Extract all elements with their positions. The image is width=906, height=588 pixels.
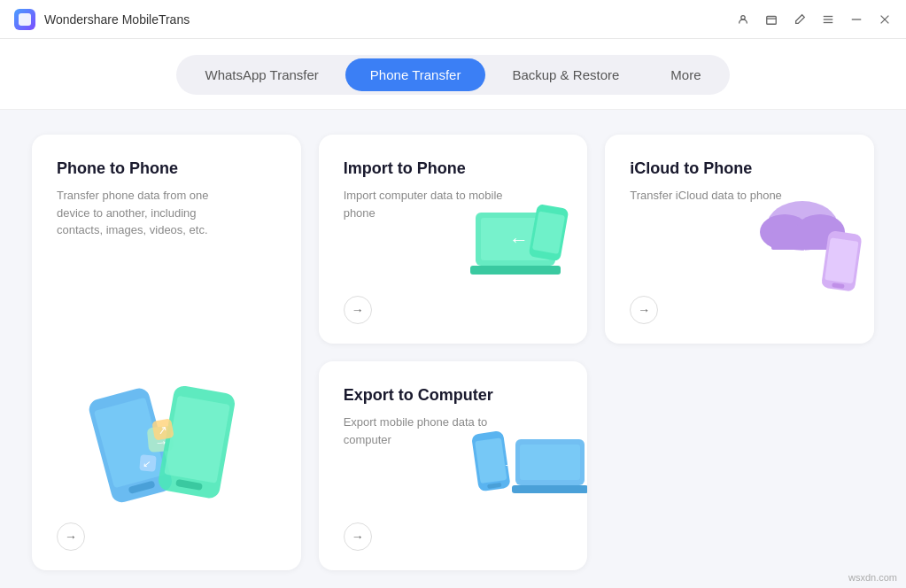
card-export-to-computer[interactable]: Export to Computer Export mobile phone d…	[319, 361, 588, 570]
svg-rect-23	[470, 266, 561, 275]
card-icloud-title: iCloud to Phone	[630, 159, 849, 178]
svg-rect-1	[767, 16, 777, 24]
title-bar: Wondershare MobileTrans	[0, 0, 906, 39]
menu-icon[interactable]	[821, 12, 835, 27]
app-title: Wondershare MobileTrans	[44, 12, 190, 27]
minimize-icon[interactable]	[849, 12, 863, 27]
account-icon[interactable]	[736, 12, 750, 27]
tab-backup[interactable]: Backup & Restore	[487, 58, 644, 91]
svg-rect-32	[825, 237, 858, 283]
card-export-arrow[interactable]: →	[344, 522, 372, 551]
watermark: wsxdn.com	[848, 572, 897, 583]
export-illustration: →	[467, 422, 573, 510]
tab-phone[interactable]: Phone Transfer	[345, 58, 486, 91]
title-bar-controls	[736, 12, 892, 27]
svg-rect-39	[520, 445, 580, 480]
close-icon[interactable]	[878, 12, 892, 27]
tab-whatsapp[interactable]: WhatsApp Transfer	[180, 58, 343, 91]
card-icloud-arrow[interactable]: →	[630, 296, 658, 324]
nav-tabs: WhatsApp Transfer Phone Transfer Backup …	[176, 55, 729, 95]
card-phone-to-phone[interactable]: Phone to Phone Transfer phone data from …	[32, 135, 301, 570]
app-icon	[14, 9, 35, 30]
edit-icon[interactable]	[793, 12, 807, 27]
card-export-title: Export to Computer	[344, 386, 563, 405]
title-bar-left: Wondershare MobileTrans	[14, 9, 190, 30]
svg-text:→: →	[502, 456, 518, 474]
main-content: Phone to Phone Transfer phone data from …	[0, 110, 906, 588]
nav-area: WhatsApp Transfer Phone Transfer Backup …	[0, 39, 906, 110]
phone-to-phone-illustration: → ↗ ↙	[78, 375, 255, 517]
import-illustration: ←	[467, 195, 573, 283]
svg-text:↓: ↓	[801, 244, 809, 262]
card-import-title: Import to Phone	[344, 159, 563, 178]
card-phone-to-phone-title: Phone to Phone	[57, 159, 276, 178]
svg-rect-40	[512, 485, 587, 493]
card-import-to-phone[interactable]: Import to Phone Import computer data to …	[319, 135, 588, 344]
tab-more[interactable]: More	[646, 58, 725, 91]
card-phone-to-phone-arrow[interactable]: →	[57, 522, 85, 551]
svg-text:↙: ↙	[142, 458, 151, 469]
window-icon[interactable]	[764, 12, 778, 27]
card-icloud-to-phone[interactable]: iCloud to Phone Transfer iCloud data to …	[605, 135, 874, 344]
card-phone-to-phone-desc: Transfer phone data from one device to a…	[57, 187, 216, 239]
svg-text:←: ←	[509, 228, 529, 251]
card-import-arrow[interactable]: →	[344, 296, 372, 324]
icloud-illustration: ↓	[754, 195, 860, 283]
